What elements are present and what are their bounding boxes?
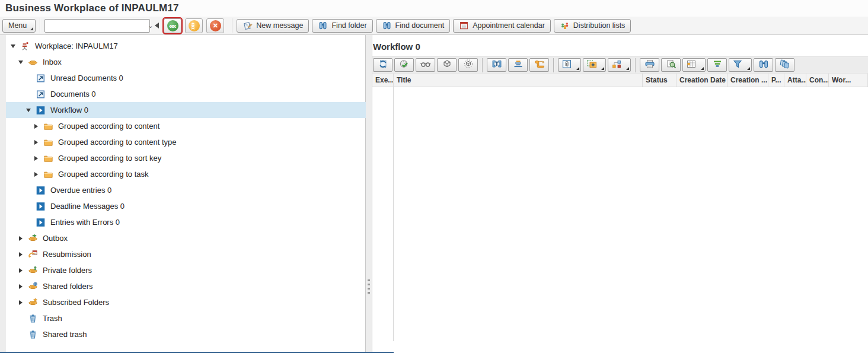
collapse-arrow-icon[interactable]	[15, 61, 27, 64]
exit-button[interactable]: ««	[185, 18, 203, 33]
blocks-icon	[611, 59, 623, 71]
tree-item-shared-folders[interactable]: Shared folders	[6, 278, 366, 294]
attachment-clip-icon	[561, 59, 573, 71]
tree-item-workplace-inpaulm17[interactable]: Workplace: INPAULM17	[6, 38, 366, 54]
blocks-button[interactable]	[608, 58, 631, 72]
command-input[interactable]	[45, 20, 148, 32]
tree-item-label: Shared folders	[43, 282, 97, 291]
layout-table-icon	[685, 59, 697, 71]
workflow-icon	[34, 185, 46, 195]
menu-button[interactable]: Menu	[2, 19, 36, 33]
attachment-clip-button[interactable]	[558, 58, 581, 72]
dropdown-arrow-icon[interactable]	[601, 67, 604, 70]
create-attachment-button[interactable]	[583, 58, 606, 72]
sort-stack-button[interactable]	[508, 58, 528, 72]
tree-item-grouped-according-to-sort-key[interactable]: Grouped according to sort key	[6, 150, 366, 166]
collapse-arrow-icon[interactable]	[7, 44, 19, 48]
preview-button[interactable]	[661, 58, 681, 72]
binoculars-blue-icon	[758, 59, 770, 71]
dropdown-arrow-icon[interactable]	[701, 67, 704, 70]
column-header-wor[interactable]: Wor...	[829, 74, 868, 87]
tree-item-trash[interactable]: Trash	[6, 310, 366, 326]
collapse-arrow-icon[interactable]	[23, 109, 34, 112]
filter-funnel-icon	[732, 59, 743, 71]
display-glasses-button[interactable]	[416, 58, 435, 72]
tree-item-inbox[interactable]: Inbox	[6, 54, 366, 70]
new-message-button[interactable]: New message	[237, 19, 309, 33]
expand-arrow-icon[interactable]	[15, 300, 27, 305]
tree-item-entries-with-errors-0[interactable]: Entries with Errors 0	[6, 214, 366, 230]
layout-table-button[interactable]	[682, 58, 706, 72]
refresh-icon	[377, 59, 389, 71]
tree-item-label: Grouped according to content type	[58, 138, 180, 147]
tree-item-outbox[interactable]: Outbox	[6, 230, 366, 246]
tree-item-deadline-messages-0[interactable]: Deadline Messages 0	[6, 198, 366, 214]
tree-item-workflow-0[interactable]: Workflow 0	[6, 102, 366, 118]
refresh-button[interactable]	[373, 58, 392, 72]
back-button[interactable]: ««	[164, 18, 181, 33]
tree-item-shared-trash[interactable]: Shared trash	[6, 326, 366, 342]
appointment-calendar-button[interactable]: Appointment calendar	[453, 19, 551, 33]
column-header-atta[interactable]: Atta...	[784, 74, 806, 87]
print-button[interactable]	[640, 58, 659, 72]
outbox-icon	[27, 233, 39, 243]
resubmission-icon	[27, 249, 39, 259]
column-header-p[interactable]: P...	[768, 74, 784, 87]
find-folder-button[interactable]: Find folder	[312, 19, 372, 33]
column-header-con[interactable]: Con...	[806, 74, 829, 87]
new-message-icon	[242, 21, 253, 30]
dropdown-arrow-icon[interactable]	[576, 67, 579, 70]
chevron-down-icon[interactable]: ⌄	[148, 22, 153, 30]
expand-arrow-icon[interactable]	[15, 284, 27, 289]
tree-item-label: Workplace: INPAULM17	[35, 42, 122, 50]
tree-item-resubmission[interactable]: Resubmission	[6, 246, 366, 262]
object-dotted-button[interactable]	[458, 58, 478, 72]
column-header-status[interactable]: Status	[643, 74, 676, 87]
workplace-icon	[19, 41, 31, 51]
button-label: Distribution lists	[573, 21, 626, 30]
tree-item-subscribed-folders[interactable]: Subscribed Folders	[6, 294, 366, 310]
column-header-creation-date[interactable]: Creation Date	[676, 74, 727, 87]
splitter-grip-icon[interactable]	[368, 279, 370, 296]
expand-arrow-icon[interactable]	[30, 172, 42, 177]
expand-arrow-icon[interactable]	[30, 140, 42, 145]
copies-stack-button[interactable]	[775, 58, 794, 72]
column-header-title[interactable]: Title	[394, 74, 643, 87]
column-header-exe[interactable]: Exe...	[372, 74, 394, 87]
expand-arrow-icon[interactable]	[30, 156, 42, 161]
top-button-group: New messageFind folderFind documentAppoi…	[237, 19, 631, 33]
expand-arrow-icon[interactable]	[30, 124, 42, 129]
tree-item-overdue-entries-0[interactable]: Overdue entries 0	[6, 182, 366, 198]
log-scroll-button[interactable]	[529, 58, 549, 72]
workitem-text-button[interactable]	[487, 58, 506, 72]
tree-item-label: Grouped according to content	[58, 122, 163, 131]
private-folders-icon	[27, 265, 39, 275]
find-document-button[interactable]: Find document	[376, 19, 451, 33]
toolbar-collapse-arrow-icon[interactable]	[155, 23, 159, 28]
filter-funnel-button[interactable]	[729, 58, 752, 72]
tree-item-grouped-according-to-content-type[interactable]: Grouped according to content type	[6, 134, 366, 150]
button-label: Appointment calendar	[473, 21, 545, 30]
dropdown-arrow-icon[interactable]	[747, 67, 750, 70]
execute-object-button[interactable]	[394, 58, 414, 72]
sort-funnel-button[interactable]	[707, 58, 727, 72]
folder-icon	[42, 121, 54, 131]
expand-arrow-icon[interactable]	[15, 268, 27, 273]
column-header-creation[interactable]: Creation ...	[727, 74, 768, 87]
expand-arrow-icon[interactable]	[15, 236, 27, 241]
tree-item-grouped-according-to-task[interactable]: Grouped according to task	[6, 166, 366, 182]
cancel-button[interactable]: ✕	[206, 18, 224, 33]
tree-item-private-folders[interactable]: Private folders	[6, 262, 366, 278]
object-button[interactable]	[437, 58, 457, 72]
distribution-lists-button[interactable]: Distribution lists	[554, 19, 631, 33]
dropdown-arrow-icon[interactable]	[626, 67, 629, 70]
panel-splitter[interactable]	[366, 35, 372, 353]
binoculars-blue-button[interactable]	[754, 58, 773, 72]
workitem-text-icon	[491, 59, 503, 71]
tree-item-label: Entries with Errors 0	[50, 218, 123, 227]
tree-item-documents-0[interactable]: Documents 0	[6, 86, 366, 102]
expand-arrow-icon[interactable]	[15, 252, 27, 257]
tree-item-grouped-according-to-content[interactable]: Grouped according to content	[6, 118, 366, 134]
tree-item-unread-documents-0[interactable]: Unread Documents 0	[6, 70, 366, 86]
toolbar-separator	[553, 58, 554, 72]
